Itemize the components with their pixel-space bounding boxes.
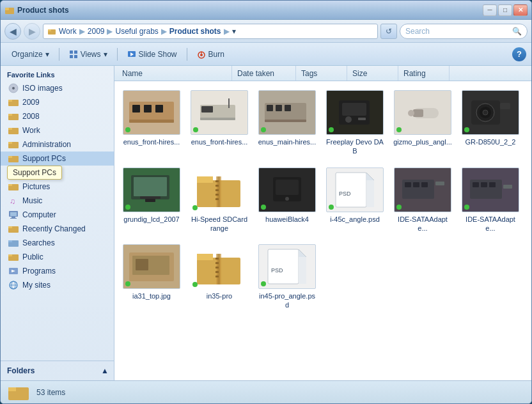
svg-point-60 (345, 116, 352, 123)
svg-point-64 (408, 110, 414, 116)
sidebar-item-documents[interactable]: Documents (1, 166, 114, 180)
back-button[interactable]: ◀ (4, 23, 21, 40)
sidebar-item-pictures[interactable]: Pictures (1, 180, 114, 194)
sidebar-item-recently-changed[interactable]: Recently Changed (1, 222, 114, 236)
organize-button[interactable]: Organize ▾ (6, 45, 55, 63)
sidebar-item-searches[interactable]: Searches (1, 236, 114, 250)
column-header-size[interactable]: Size (347, 66, 398, 81)
svg-rect-69 (500, 103, 510, 109)
breadcrumb-2009[interactable]: 2009 (88, 27, 105, 36)
search-bar[interactable]: Search 🔍 (400, 24, 528, 39)
folder-icon-documents (8, 167, 19, 178)
refresh-button[interactable]: ↺ (380, 24, 397, 39)
minimize-button[interactable]: ─ (483, 4, 497, 16)
toolbar: Organize ▾ Views ▾ Slide Show Burn ? (1, 43, 531, 66)
status-item-count: 53 items (36, 388, 65, 397)
sidebar-item-public[interactable]: Public (1, 250, 114, 264)
maximize-button[interactable]: □ (498, 4, 512, 16)
sidebar-item-support-pcs[interactable]: Support PCs Support PCs (1, 152, 114, 166)
list-item[interactable]: IDE-SATAAdapte... (391, 164, 455, 237)
svg-rect-56 (285, 105, 291, 111)
list-item[interactable]: IDE-SATAAdapte... (458, 164, 522, 237)
sidebar-label-iso-images: ISO images (22, 84, 63, 93)
breadcrumb-work[interactable]: Work (59, 27, 77, 36)
list-item[interactable]: grundig_lcd_2007 (120, 164, 184, 237)
svg-rect-52 (200, 118, 235, 120)
sidebar-item-iso-images[interactable]: ISO images (1, 81, 114, 95)
svg-rect-63 (413, 109, 423, 117)
status-dot (396, 205, 402, 210)
sidebar-folders-section: Folders ▲ (1, 361, 114, 380)
burn-button[interactable]: Burn (191, 45, 230, 63)
sidebar-item-my-sites[interactable]: My sites (1, 278, 114, 292)
column-header-date[interactable]: Date taken (232, 66, 296, 81)
status-dot (261, 127, 266, 132)
svg-point-11 (200, 54, 203, 56)
folder-icon-pictures (8, 182, 19, 192)
column-header-rating[interactable]: Rating (398, 66, 450, 81)
file-name: Freeplay Devo DAB (325, 137, 384, 156)
list-item[interactable]: GR-D850U_2_2 (458, 86, 522, 160)
column-header-tags[interactable]: Tags (296, 66, 347, 81)
svg-rect-99 (503, 185, 512, 189)
list-item[interactable]: huaweiBlack4 (255, 164, 319, 237)
list-item[interactable]: enus_main-hires... (255, 86, 319, 160)
forward-button[interactable]: ▶ (24, 23, 40, 40)
help-button[interactable]: ? (512, 47, 526, 61)
sidebar-item-administration[interactable]: Administration (1, 137, 114, 152)
svg-rect-84 (276, 180, 299, 195)
folder-icon-support-pcs (8, 153, 19, 164)
slideshow-button[interactable]: Slide Show (121, 45, 183, 63)
folders-toggle[interactable]: Folders ▲ (1, 364, 114, 378)
toolbar-separator-3 (187, 48, 187, 61)
programs-icon (8, 266, 19, 276)
svg-rect-54 (267, 105, 273, 111)
list-item[interactable]: ia31_top.jpg (120, 240, 184, 314)
views-dropdown-icon: ▾ (104, 50, 107, 59)
list-item[interactable]: PSD i-45c_angle.psd (323, 164, 387, 237)
views-label: Views (81, 50, 101, 59)
burn-icon (197, 50, 206, 59)
file-name: gizmo_plus_angl... (393, 137, 452, 146)
file-name: enus_front-hires... (123, 137, 180, 146)
list-item[interactable]: Hi-Speed SDCard range (187, 164, 251, 237)
list-item[interactable]: enus_front-hires... (187, 86, 251, 160)
window-icon (4, 5, 15, 15)
views-button[interactable]: Views ▾ (63, 45, 113, 63)
svg-rect-86 (336, 173, 366, 207)
file-name: i-45c_angle.psd (330, 215, 380, 224)
sidebar-item-2009[interactable]: 2009 (1, 95, 114, 109)
file-thumbnail (462, 167, 519, 212)
list-item[interactable]: gizmo_plus_angl... (391, 86, 455, 160)
toolbar-separator-2 (117, 48, 118, 61)
list-item[interactable]: in35-pro (187, 240, 251, 314)
sidebar-item-programs[interactable]: Programs (1, 264, 114, 278)
svg-rect-5 (74, 50, 77, 54)
sidebar-item-computer[interactable]: Computer (1, 208, 114, 222)
svg-rect-34 (8, 226, 12, 228)
close-button[interactable]: ✕ (513, 4, 528, 16)
folder-icon-admin (8, 139, 19, 150)
svg-rect-23 (8, 156, 12, 158)
breadcrumb-useful-grabs[interactable]: Useful grabs (115, 27, 158, 36)
list-item[interactable]: PSD in45-pro_angle.psd (255, 240, 319, 314)
svg-rect-92 (413, 182, 419, 187)
column-header-name[interactable]: Name (117, 66, 232, 81)
svg-rect-3 (48, 29, 51, 31)
breadcrumb-dropdown[interactable]: ▾ (232, 27, 236, 36)
svg-rect-47 (155, 105, 163, 113)
breadcrumb[interactable]: Work ▶ 2009 ▶ Useful grabs ▶ Product sho… (43, 24, 378, 39)
list-item[interactable]: Freeplay Devo DAB (323, 86, 387, 160)
sidebar-item-work[interactable]: Work (1, 123, 114, 137)
svg-rect-87 (366, 180, 374, 207)
svg-point-68 (483, 110, 488, 115)
sidebar-item-music[interactable]: ♫ Music (1, 194, 114, 208)
list-item[interactable]: enus_front-hires... (120, 86, 184, 160)
disc-icon (8, 83, 19, 93)
sidebar-item-2008[interactable]: 2008 (1, 109, 114, 123)
file-name: in35-pro (207, 291, 232, 300)
svg-rect-117 (8, 387, 16, 391)
breadcrumb-product-shots[interactable]: Product shots (169, 27, 221, 36)
sidebar-label-pictures: Pictures (22, 182, 50, 191)
svg-text:PSD: PSD (271, 267, 283, 274)
